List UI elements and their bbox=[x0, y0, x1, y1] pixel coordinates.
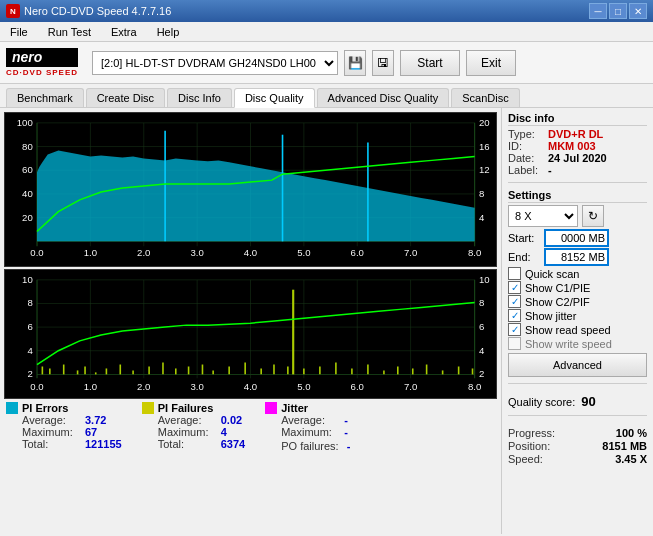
top-chart: 100 80 60 40 20 20 16 12 8 4 0.0 1.0 2.0… bbox=[4, 112, 497, 267]
pi-avg-label: Average: bbox=[22, 414, 77, 426]
tab-advanced-disc-quality[interactable]: Advanced Disc Quality bbox=[317, 88, 450, 107]
start-input[interactable] bbox=[544, 229, 609, 247]
svg-text:6: 6 bbox=[479, 322, 484, 332]
end-input[interactable] bbox=[544, 248, 609, 266]
toolbar: nero CD·DVD SPEED [2:0] HL-DT-ST DVDRAM … bbox=[0, 42, 653, 84]
show-read-speed-row[interactable]: ✓ Show read speed bbox=[508, 323, 647, 336]
progress-section: Progress: 100 % Position: 8151 MB Speed:… bbox=[508, 426, 647, 466]
drive-selector[interactable]: [2:0] HL-DT-ST DVDRAM GH24NSD0 LH00 bbox=[92, 51, 338, 75]
svg-text:6.0: 6.0 bbox=[351, 248, 364, 258]
pi-avg-value: 3.72 bbox=[85, 414, 106, 426]
quick-scan-row[interactable]: Quick scan bbox=[508, 267, 647, 280]
svg-text:6.0: 6.0 bbox=[351, 382, 364, 392]
tab-create-disc[interactable]: Create Disc bbox=[86, 88, 165, 107]
pi-max-value: 67 bbox=[85, 426, 97, 438]
svg-text:4.0: 4.0 bbox=[244, 382, 257, 392]
svg-text:4.0: 4.0 bbox=[244, 248, 257, 258]
show-jitter-row[interactable]: ✓ Show jitter bbox=[508, 309, 647, 322]
advanced-button[interactable]: Advanced bbox=[508, 353, 647, 377]
progress-value: 100 % bbox=[616, 427, 647, 439]
svg-text:3.0: 3.0 bbox=[190, 382, 203, 392]
quality-score-section: Quality score: 90 bbox=[508, 394, 647, 409]
speed-value: 3.45 X bbox=[615, 453, 647, 465]
show-c2-pif-label: Show C2/PIF bbox=[525, 296, 590, 308]
legend-pi-errors: PI Errors Average: 3.72 Maximum: 67 Tota… bbox=[6, 402, 122, 452]
svg-text:20: 20 bbox=[22, 213, 33, 223]
exit-button[interactable]: Exit bbox=[466, 50, 516, 76]
pif-total-value: 6374 bbox=[221, 438, 245, 450]
disc-icon-button[interactable]: 💾 bbox=[344, 50, 366, 76]
position-value: 8151 MB bbox=[602, 440, 647, 452]
date-label: Date: bbox=[508, 152, 544, 164]
pi-total-value: 121155 bbox=[85, 438, 122, 450]
show-write-speed-label: Show write speed bbox=[525, 338, 612, 350]
quick-scan-checkbox[interactable] bbox=[508, 267, 521, 280]
tab-disc-info[interactable]: Disc Info bbox=[167, 88, 232, 107]
tab-benchmark[interactable]: Benchmark bbox=[6, 88, 84, 107]
show-c2-pif-checkbox[interactable]: ✓ bbox=[508, 295, 521, 308]
svg-text:12: 12 bbox=[479, 166, 490, 176]
disc-info-section: Disc info Type: DVD+R DL ID: MKM 003 Dat… bbox=[508, 112, 647, 176]
legend-jitter: Jitter Average: - Maximum: - PO failures… bbox=[265, 402, 365, 452]
svg-text:20: 20 bbox=[479, 118, 490, 128]
svg-text:5.0: 5.0 bbox=[297, 248, 310, 258]
quality-score-value: 90 bbox=[581, 394, 595, 409]
legend-area: PI Errors Average: 3.72 Maximum: 67 Tota… bbox=[4, 399, 497, 455]
svg-text:4: 4 bbox=[27, 346, 32, 356]
show-write-speed-row: Show write speed bbox=[508, 337, 647, 350]
show-jitter-label: Show jitter bbox=[525, 310, 576, 322]
nero-logo-area: nero CD·DVD SPEED bbox=[6, 48, 78, 77]
show-c2-pif-row[interactable]: ✓ Show C2/PIF bbox=[508, 295, 647, 308]
show-read-speed-checkbox[interactable]: ✓ bbox=[508, 323, 521, 336]
menu-file[interactable]: File bbox=[4, 24, 34, 40]
svg-text:3.0: 3.0 bbox=[190, 248, 203, 258]
type-label: Type: bbox=[508, 128, 544, 140]
settings-title: Settings bbox=[508, 189, 647, 203]
svg-text:8.0: 8.0 bbox=[468, 382, 481, 392]
minimize-button[interactable]: ─ bbox=[589, 3, 607, 19]
show-read-speed-label: Show read speed bbox=[525, 324, 611, 336]
svg-text:100: 100 bbox=[17, 118, 33, 128]
right-panel: Disc info Type: DVD+R DL ID: MKM 003 Dat… bbox=[501, 108, 653, 534]
jitter-max-label: Maximum: bbox=[281, 426, 336, 438]
speed-selector[interactable]: 8 X bbox=[508, 205, 578, 227]
menu-run-test[interactable]: Run Test bbox=[42, 24, 97, 40]
end-label: End: bbox=[508, 251, 540, 263]
start-button[interactable]: Start bbox=[400, 50, 460, 76]
pi-failures-color bbox=[142, 402, 154, 414]
pif-avg-value: 0.02 bbox=[221, 414, 242, 426]
id-label: ID: bbox=[508, 140, 544, 152]
position-label: Position: bbox=[508, 440, 550, 452]
close-button[interactable]: ✕ bbox=[629, 3, 647, 19]
refresh-button[interactable]: ↻ bbox=[582, 205, 604, 227]
svg-text:8: 8 bbox=[27, 299, 32, 309]
show-c1-pie-checkbox[interactable]: ✓ bbox=[508, 281, 521, 294]
quick-scan-label: Quick scan bbox=[525, 268, 579, 280]
main-content: 100 80 60 40 20 20 16 12 8 4 0.0 1.0 2.0… bbox=[0, 108, 653, 534]
svg-text:10: 10 bbox=[22, 275, 33, 285]
menu-extra[interactable]: Extra bbox=[105, 24, 143, 40]
svg-text:16: 16 bbox=[479, 142, 490, 152]
pif-avg-label: Average: bbox=[158, 414, 213, 426]
settings-section: Settings 8 X ↻ Start: End: Quick scan bbox=[508, 189, 647, 377]
chart-panel: 100 80 60 40 20 20 16 12 8 4 0.0 1.0 2.0… bbox=[0, 108, 501, 534]
pi-failures-label: PI Failures bbox=[158, 402, 214, 414]
svg-text:2: 2 bbox=[479, 370, 484, 380]
svg-text:6: 6 bbox=[27, 322, 32, 332]
disc-info-title: Disc info bbox=[508, 112, 647, 126]
save-button[interactable]: 🖫 bbox=[372, 50, 394, 76]
tab-disc-quality[interactable]: Disc Quality bbox=[234, 88, 315, 108]
tab-bar: Benchmark Create Disc Disc Info Disc Qua… bbox=[0, 84, 653, 108]
pif-total-label: Total: bbox=[158, 438, 213, 450]
show-c1-pie-row[interactable]: ✓ Show C1/PIE bbox=[508, 281, 647, 294]
po-failures-label: PO failures: bbox=[281, 440, 338, 452]
jitter-avg-label: Average: bbox=[281, 414, 336, 426]
maximize-button[interactable]: □ bbox=[609, 3, 627, 19]
menu-help[interactable]: Help bbox=[151, 24, 186, 40]
progress-label: Progress: bbox=[508, 427, 555, 439]
svg-text:2: 2 bbox=[27, 370, 32, 380]
tab-scandisc[interactable]: ScanDisc bbox=[451, 88, 519, 107]
svg-text:1.0: 1.0 bbox=[84, 248, 97, 258]
show-jitter-checkbox[interactable]: ✓ bbox=[508, 309, 521, 322]
pi-errors-label: PI Errors bbox=[22, 402, 68, 414]
